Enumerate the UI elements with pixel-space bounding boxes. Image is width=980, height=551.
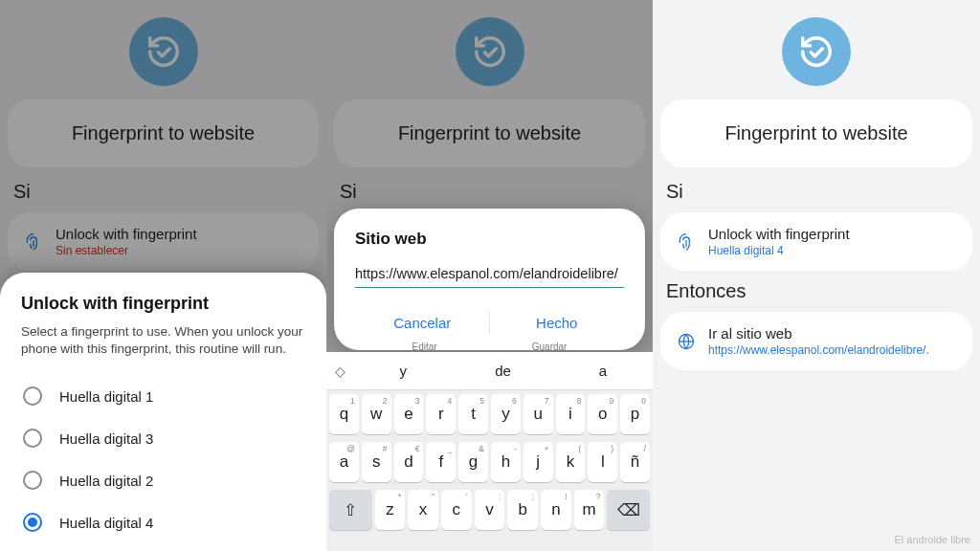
shift-key[interactable]: ⇧ bbox=[329, 490, 372, 530]
key-u[interactable]: 7u bbox=[523, 394, 553, 434]
key-c[interactable]: 'c bbox=[441, 490, 472, 530]
row-title: Ir al sitio web bbox=[708, 325, 957, 342]
suggestion[interactable]: de bbox=[453, 363, 552, 379]
keyboard: ◇ y de a 1q2w3e4r5t6y7u8i9o0p @a#s€d_f&g… bbox=[326, 352, 653, 551]
row-goto-website[interactable]: Ir al sitio web https://www.elespanol.co… bbox=[660, 312, 972, 370]
suggestion-bar: ◇ y de a bbox=[326, 352, 653, 390]
key-z[interactable]: *z bbox=[375, 490, 406, 530]
refresh-check-icon bbox=[782, 17, 851, 86]
row-unlock-fingerprint[interactable]: Unlock with fingerprint Sin establecer bbox=[8, 212, 319, 271]
key-e[interactable]: 3e bbox=[394, 394, 424, 434]
radio-option[interactable]: Huella digital 1 bbox=[21, 375, 305, 417]
background: Fingerprint to website Si Unlock with fi… bbox=[653, 0, 980, 551]
backspace-key[interactable]: ⌫ bbox=[607, 490, 650, 530]
ghost-text: Editar bbox=[412, 342, 437, 352]
suggestion[interactable]: y bbox=[353, 363, 453, 379]
radio-label: Huella digital 4 bbox=[59, 515, 153, 531]
dialog-title: Sitio web bbox=[355, 230, 624, 249]
radio-label: Huella digital 2 bbox=[59, 473, 153, 489]
section-si: Si bbox=[13, 181, 326, 203]
row-title: Unlock with fingerprint bbox=[56, 226, 303, 242]
key-m[interactable]: ?m bbox=[574, 490, 605, 530]
panel-fingerprint-select: Fingerprint to website Si Unlock with fi… bbox=[0, 0, 326, 551]
panel-result: Fingerprint to website Si Unlock with fi… bbox=[653, 0, 980, 551]
key-x[interactable]: "x bbox=[408, 490, 438, 530]
suggestion-expand-icon[interactable]: ◇ bbox=[326, 364, 353, 379]
keyboard-row: 1q2w3e4r5t6y7u8i9o0p bbox=[326, 390, 653, 438]
panel-url-dialog: Fingerprint to website Si Sitio web Canc… bbox=[326, 0, 653, 551]
header-card: Fingerprint to website bbox=[8, 99, 319, 167]
key-l[interactable]: )l bbox=[588, 442, 617, 482]
radio-option[interactable]: Huella digital 3 bbox=[21, 417, 305, 459]
watermark: El androide libre bbox=[895, 534, 971, 545]
fingerprint-picker-sheet: Unlock with fingerprint Select a fingerp… bbox=[0, 273, 326, 551]
key-r[interactable]: 4r bbox=[426, 394, 456, 434]
radio-icon bbox=[23, 386, 42, 406]
globe-icon bbox=[676, 331, 697, 352]
key-t[interactable]: 5t bbox=[458, 394, 488, 434]
section-si: Si bbox=[666, 181, 980, 203]
cancel-button[interactable]: Cancelar bbox=[355, 305, 490, 341]
fingerprint-icon bbox=[676, 231, 697, 253]
fingerprint-icon bbox=[23, 231, 44, 253]
key-f[interactable]: _f bbox=[426, 442, 456, 482]
radio-icon bbox=[23, 471, 42, 490]
radio-icon bbox=[23, 513, 42, 532]
key-n[interactable]: !n bbox=[541, 490, 571, 530]
section-si: Si bbox=[340, 181, 653, 203]
radio-icon bbox=[23, 429, 42, 448]
key-o[interactable]: 9o bbox=[588, 394, 617, 434]
row-unlock-fingerprint[interactable]: Unlock with fingerprint Huella digital 4 bbox=[660, 212, 972, 271]
radio-label: Huella digital 1 bbox=[59, 388, 153, 405]
refresh-check-icon bbox=[456, 17, 524, 86]
header-card: Fingerprint to website bbox=[660, 99, 972, 167]
row-subtitle: Sin establecer bbox=[56, 244, 303, 257]
website-dialog: Sitio web Cancelar Hecho bbox=[334, 209, 645, 350]
key-h[interactable]: -h bbox=[491, 442, 521, 482]
key-q[interactable]: 1q bbox=[329, 394, 359, 434]
radio-label: Huella digital 3 bbox=[59, 430, 153, 447]
key-p[interactable]: 0p bbox=[620, 394, 650, 434]
key-v[interactable]: :v bbox=[475, 490, 505, 530]
key-a[interactable]: @a bbox=[329, 442, 359, 482]
row-subtitle: Huella digital 4 bbox=[708, 244, 957, 257]
radio-option[interactable]: Huella digital 2 bbox=[21, 459, 305, 501]
sheet-title: Unlock with fingerprint bbox=[21, 294, 305, 314]
key-d[interactable]: €d bbox=[394, 442, 424, 482]
key-ñ[interactable]: /ñ bbox=[620, 442, 650, 482]
ghost-text: Guardar bbox=[532, 342, 568, 352]
key-j[interactable]: +j bbox=[523, 442, 553, 482]
key-k[interactable]: (k bbox=[556, 442, 586, 482]
header-card: Fingerprint to website bbox=[334, 99, 645, 167]
keyboard-row: @a#s€d_f&g-h+j(k)l/ñ bbox=[326, 438, 653, 486]
refresh-check-icon bbox=[129, 17, 198, 86]
key-s[interactable]: #s bbox=[362, 442, 391, 482]
key-y[interactable]: 6y bbox=[491, 394, 521, 434]
url-input[interactable] bbox=[355, 262, 624, 288]
sheet-description: Select a fingerprint to use. When you un… bbox=[21, 323, 305, 358]
keyboard-row: ⇧ *z"x'c:v;b!n?m ⌫ bbox=[326, 486, 653, 534]
suggestion[interactable]: a bbox=[553, 363, 653, 379]
key-i[interactable]: 8i bbox=[556, 394, 586, 434]
row-title: Unlock with fingerprint bbox=[708, 226, 957, 242]
radio-option[interactable]: Huella digital 4 bbox=[21, 501, 305, 543]
section-entonces: Entonces bbox=[666, 280, 980, 302]
row-subtitle: https://www.elespanol.com/elandroidelibr… bbox=[708, 343, 957, 357]
done-button[interactable]: Hecho bbox=[490, 305, 625, 341]
key-g[interactable]: &g bbox=[458, 442, 488, 482]
key-w[interactable]: 2w bbox=[362, 394, 391, 434]
key-b[interactable]: ;b bbox=[507, 490, 538, 530]
